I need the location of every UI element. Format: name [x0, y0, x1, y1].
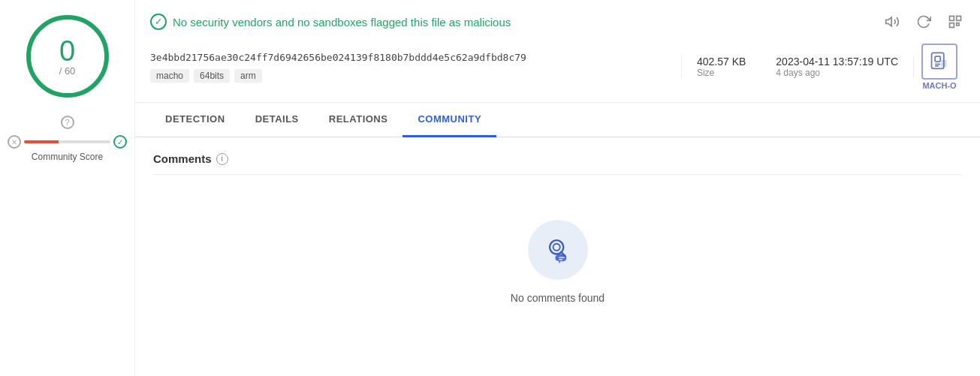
status-row: ✓ No security vendors and no sandboxes f…	[150, 12, 965, 32]
date-sub: 4 days ago	[776, 68, 820, 78]
tag-64bits[interactable]: 64bits	[194, 69, 230, 83]
tag-arm[interactable]: arm	[234, 69, 262, 83]
file-type-icon: MACH-O	[914, 44, 965, 90]
speaker-icon[interactable]	[882, 12, 902, 32]
svg-point-11	[553, 244, 559, 251]
svg-rect-3	[950, 23, 954, 28]
tag-macho[interactable]: macho	[150, 69, 189, 83]
svg-rect-4	[957, 23, 959, 26]
svg-rect-9	[941, 60, 946, 67]
question-icon: ?	[61, 116, 74, 129]
size-label: Size	[697, 68, 714, 78]
score-circle: 0 / 60	[26, 15, 109, 98]
size-meta: 402.57 KB Size	[697, 56, 746, 78]
hash-text: 3e4bbd21756ae30c24ff7d6942656be024139f81…	[150, 52, 681, 63]
comments-header: Comments i	[153, 152, 962, 175]
refresh-icon[interactable]	[914, 12, 933, 32]
tabs-bar: DETECTION DETAILS RELATIONS COMMUNITY	[135, 103, 980, 137]
tab-community[interactable]: COMMUNITY	[403, 103, 496, 137]
score-number: 0	[59, 37, 75, 65]
tags: macho 64bits arm	[150, 69, 681, 83]
svg-rect-6	[935, 56, 940, 62]
check-icon: ✓	[113, 135, 127, 149]
svg-marker-0	[886, 17, 892, 26]
status-message: No security vendors and no sandboxes fla…	[173, 16, 511, 29]
info-icon: i	[216, 153, 228, 165]
sidebar: 0 / 60 ? ✕ ✓ Community Score	[0, 0, 135, 376]
comments-section: Comments i	[135, 137, 980, 349]
community-score-section: ? ✕ ✓ Community Score	[8, 116, 127, 162]
no-comments-icon	[528, 220, 588, 280]
tab-relations[interactable]: RELATIONS	[314, 103, 403, 137]
file-icon-box	[921, 44, 957, 80]
community-score-label: Community Score	[8, 152, 127, 162]
hash-section: 3e4bbd21756ae30c24ff7d6942656be024139f81…	[150, 52, 681, 83]
score-denom: / 60	[59, 65, 76, 77]
file-type-label: MACH-O	[922, 81, 956, 90]
no-comments: No comments found	[153, 190, 962, 334]
score-bar-row: ✕ ✓	[8, 135, 127, 149]
qr-icon[interactable]	[945, 12, 965, 32]
file-info-row: 3e4bbd21756ae30c24ff7d6942656be024139f81…	[150, 44, 965, 90]
tab-details[interactable]: DETAILS	[240, 103, 314, 137]
toolbar-icons	[882, 12, 965, 32]
status-icon: ✓	[150, 14, 167, 30]
info-panel: ✓ No security vendors and no sandboxes f…	[135, 0, 980, 103]
score-bar	[24, 140, 110, 143]
no-comments-text: No comments found	[511, 292, 605, 304]
main-content: ✓ No security vendors and no sandboxes f…	[135, 0, 980, 376]
svg-rect-1	[950, 17, 954, 21]
status-good: ✓ No security vendors and no sandboxes f…	[150, 14, 511, 30]
svg-rect-2	[957, 17, 961, 21]
meta-section: 402.57 KB Size 2023-04-11 13:57:19 UTC 4…	[681, 56, 914, 78]
comments-title: Comments	[153, 152, 212, 165]
tab-detection[interactable]: DETECTION	[150, 103, 240, 137]
date-value: 2023-04-11 13:57:19 UTC	[776, 56, 898, 68]
size-value: 402.57 KB	[697, 56, 746, 68]
date-meta: 2023-04-11 13:57:19 UTC 4 days ago	[776, 56, 898, 78]
x-icon: ✕	[8, 135, 21, 149]
